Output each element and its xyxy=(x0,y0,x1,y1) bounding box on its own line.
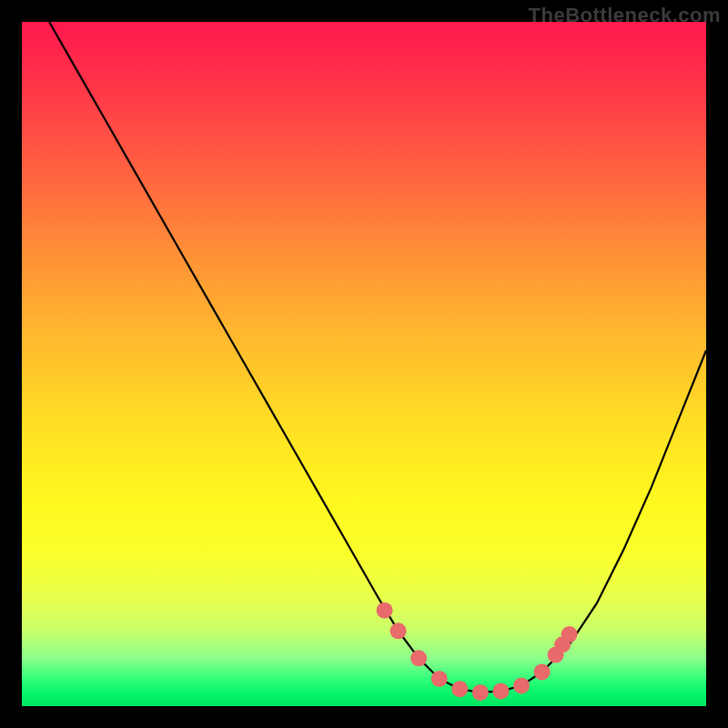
curve-marker xyxy=(561,626,578,642)
curve-marker xyxy=(390,622,407,639)
curve-marker xyxy=(410,650,427,666)
curve-marker xyxy=(431,671,448,687)
curve-marker xyxy=(513,677,530,693)
chart-svg xyxy=(22,22,706,706)
chart-plot-area xyxy=(22,22,706,706)
curve-marker xyxy=(451,681,468,697)
curve-marker xyxy=(492,682,509,699)
curve-line xyxy=(49,22,706,693)
curve-markers xyxy=(377,602,578,701)
curve-marker xyxy=(472,684,489,701)
watermark-text: TheBottleneck.com xyxy=(529,4,721,27)
curve-marker xyxy=(534,663,551,680)
curve-marker xyxy=(377,602,393,619)
